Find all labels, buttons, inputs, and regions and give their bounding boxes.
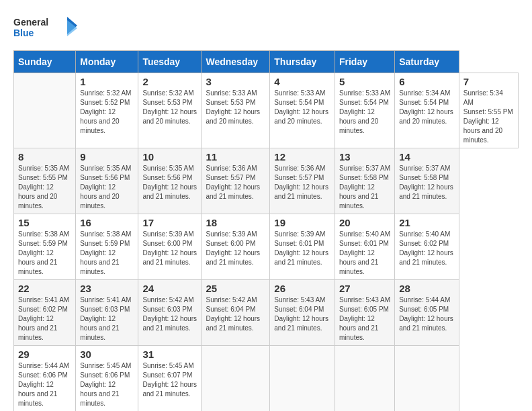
day-info: Sunrise: 5:32 AMSunset: 5:52 PMDaylight:… — [80, 89, 131, 134]
day-info: Sunrise: 5:33 AMSunset: 5:54 PMDaylight:… — [274, 89, 328, 125]
calendar-empty-cell — [14, 73, 76, 148]
day-info: Sunrise: 5:37 AMSunset: 5:58 PMDaylight:… — [339, 165, 390, 210]
day-number: 1 — [80, 76, 134, 87]
header-friday: Friday — [335, 51, 394, 73]
day-info: Sunrise: 5:34 AMSunset: 5:54 PMDaylight:… — [399, 89, 453, 125]
day-number: 25 — [206, 283, 265, 294]
day-number: 24 — [142, 283, 197, 294]
day-info: Sunrise: 5:34 AMSunset: 5:55 PMDaylight:… — [463, 89, 513, 144]
calendar-day-cell: 11 Sunrise: 5:36 AMSunset: 5:57 PMDaylig… — [202, 148, 270, 214]
calendar-day-cell: 21 Sunrise: 5:40 AMSunset: 6:02 PMDaylig… — [395, 214, 459, 280]
calendar-day-cell: 6 Sunrise: 5:34 AMSunset: 5:54 PMDayligh… — [395, 73, 459, 148]
day-info: Sunrise: 5:35 AMSunset: 5:56 PMDaylight:… — [142, 165, 197, 200]
calendar-day-cell: 7 Sunrise: 5:34 AMSunset: 5:55 PMDayligh… — [459, 73, 518, 148]
day-info: Sunrise: 5:41 AMSunset: 6:02 PMDaylight:… — [18, 296, 69, 341]
calendar-table: SundayMondayTuesdayWednesdayThursdayFrid… — [13, 50, 519, 411]
calendar-day-cell: 1 Sunrise: 5:32 AMSunset: 5:52 PMDayligh… — [76, 73, 138, 148]
day-number: 16 — [80, 217, 134, 228]
svg-text:Blue: Blue — [13, 28, 34, 38]
generalblue-logo: General Blue — [13, 13, 81, 44]
calendar-day-cell: 26 Sunrise: 5:43 AMSunset: 6:04 PMDaylig… — [270, 280, 335, 346]
calendar-week-row: 8 Sunrise: 5:35 AMSunset: 5:55 PMDayligh… — [14, 148, 519, 214]
day-info: Sunrise: 5:33 AMSunset: 5:53 PMDaylight:… — [206, 89, 260, 125]
calendar-empty-cell — [395, 346, 459, 412]
day-number: 27 — [339, 283, 390, 294]
calendar-day-cell: 2 Sunrise: 5:32 AMSunset: 5:53 PMDayligh… — [138, 73, 202, 148]
day-info: Sunrise: 5:40 AMSunset: 6:02 PMDaylight:… — [399, 230, 453, 266]
day-number: 22 — [18, 283, 71, 294]
day-info: Sunrise: 5:40 AMSunset: 6:01 PMDaylight:… — [339, 230, 390, 275]
calendar-empty-cell — [202, 346, 270, 412]
day-info: Sunrise: 5:42 AMSunset: 6:04 PMDaylight:… — [206, 296, 260, 332]
calendar-day-cell: 31 Sunrise: 5:45 AMSunset: 6:07 PMDaylig… — [138, 346, 202, 412]
page-header: General Blue — [13, 13, 519, 44]
calendar-day-cell: 18 Sunrise: 5:39 AMSunset: 6:00 PMDaylig… — [202, 214, 270, 280]
day-info: Sunrise: 5:37 AMSunset: 5:58 PMDaylight:… — [399, 165, 453, 200]
calendar-day-cell: 5 Sunrise: 5:33 AMSunset: 5:54 PMDayligh… — [335, 73, 394, 148]
calendar-day-cell: 20 Sunrise: 5:40 AMSunset: 6:01 PMDaylig… — [335, 214, 394, 280]
logo: General Blue — [13, 13, 81, 44]
day-info: Sunrise: 5:44 AMSunset: 6:06 PMDaylight:… — [18, 362, 69, 407]
calendar-day-cell: 14 Sunrise: 5:37 AMSunset: 5:58 PMDaylig… — [395, 148, 459, 214]
calendar-day-cell: 28 Sunrise: 5:44 AMSunset: 6:05 PMDaylig… — [395, 280, 459, 346]
day-info: Sunrise: 5:38 AMSunset: 5:59 PMDaylight:… — [80, 230, 131, 275]
calendar-week-row: 29 Sunrise: 5:44 AMSunset: 6:06 PMDaylig… — [14, 346, 519, 412]
day-info: Sunrise: 5:39 AMSunset: 6:00 PMDaylight:… — [142, 230, 197, 266]
day-info: Sunrise: 5:35 AMSunset: 5:55 PMDaylight:… — [18, 165, 69, 210]
day-info: Sunrise: 5:32 AMSunset: 5:53 PMDaylight:… — [142, 89, 197, 125]
calendar-day-cell: 27 Sunrise: 5:43 AMSunset: 6:05 PMDaylig… — [335, 280, 394, 346]
calendar-day-cell: 30 Sunrise: 5:45 AMSunset: 6:06 PMDaylig… — [76, 346, 138, 412]
calendar-day-cell: 15 Sunrise: 5:38 AMSunset: 5:59 PMDaylig… — [14, 214, 76, 280]
day-number: 8 — [18, 151, 71, 163]
calendar-day-cell: 16 Sunrise: 5:38 AMSunset: 5:59 PMDaylig… — [76, 214, 138, 280]
calendar-day-cell: 3 Sunrise: 5:33 AMSunset: 5:53 PMDayligh… — [202, 73, 270, 148]
header-thursday: Thursday — [270, 51, 335, 73]
day-number: 4 — [274, 76, 330, 87]
day-number: 6 — [399, 76, 455, 87]
day-number: 20 — [339, 217, 390, 228]
day-number: 2 — [142, 76, 197, 87]
day-number: 19 — [274, 217, 330, 228]
calendar-day-cell: 29 Sunrise: 5:44 AMSunset: 6:06 PMDaylig… — [14, 346, 76, 412]
day-number: 31 — [142, 349, 197, 360]
day-number: 11 — [206, 151, 265, 163]
day-info: Sunrise: 5:42 AMSunset: 6:03 PMDaylight:… — [142, 296, 197, 332]
header-sunday: Sunday — [14, 51, 76, 73]
calendar-day-cell: 25 Sunrise: 5:42 AMSunset: 6:04 PMDaylig… — [202, 280, 270, 346]
day-number: 10 — [142, 151, 197, 163]
day-number: 28 — [399, 283, 455, 294]
calendar-week-row: 15 Sunrise: 5:38 AMSunset: 5:59 PMDaylig… — [14, 214, 519, 280]
day-number: 21 — [399, 217, 455, 228]
calendar-day-cell: 10 Sunrise: 5:35 AMSunset: 5:56 PMDaylig… — [138, 148, 202, 214]
day-info: Sunrise: 5:45 AMSunset: 6:07 PMDaylight:… — [142, 362, 197, 398]
day-number: 9 — [80, 151, 134, 163]
calendar-week-row: 22 Sunrise: 5:41 AMSunset: 6:02 PMDaylig… — [14, 280, 519, 346]
calendar-day-cell: 24 Sunrise: 5:42 AMSunset: 6:03 PMDaylig… — [138, 280, 202, 346]
day-info: Sunrise: 5:33 AMSunset: 5:54 PMDaylight:… — [339, 89, 390, 134]
header-wednesday: Wednesday — [202, 51, 270, 73]
header-saturday: Saturday — [395, 51, 459, 73]
calendar-day-cell: 8 Sunrise: 5:35 AMSunset: 5:55 PMDayligh… — [14, 148, 76, 214]
day-info: Sunrise: 5:35 AMSunset: 5:56 PMDaylight:… — [80, 165, 131, 210]
calendar-header-row: SundayMondayTuesdayWednesdayThursdayFrid… — [14, 51, 519, 73]
calendar-day-cell: 12 Sunrise: 5:36 AMSunset: 5:57 PMDaylig… — [270, 148, 335, 214]
day-number: 26 — [274, 283, 330, 294]
day-info: Sunrise: 5:41 AMSunset: 6:03 PMDaylight:… — [80, 296, 131, 341]
calendar-day-cell: 19 Sunrise: 5:39 AMSunset: 6:01 PMDaylig… — [270, 214, 335, 280]
day-info: Sunrise: 5:36 AMSunset: 5:57 PMDaylight:… — [274, 165, 328, 200]
day-number: 14 — [399, 151, 455, 163]
header-tuesday: Tuesday — [138, 51, 202, 73]
header-monday: Monday — [76, 51, 138, 73]
day-number: 18 — [206, 217, 265, 228]
calendar-week-row: 1 Sunrise: 5:32 AMSunset: 5:52 PMDayligh… — [14, 73, 519, 148]
day-number: 23 — [80, 283, 134, 294]
calendar-day-cell: 17 Sunrise: 5:39 AMSunset: 6:00 PMDaylig… — [138, 214, 202, 280]
calendar-day-cell: 22 Sunrise: 5:41 AMSunset: 6:02 PMDaylig… — [14, 280, 76, 346]
day-number: 17 — [142, 217, 197, 228]
day-info: Sunrise: 5:36 AMSunset: 5:57 PMDaylight:… — [206, 165, 260, 200]
day-info: Sunrise: 5:45 AMSunset: 6:06 PMDaylight:… — [80, 362, 131, 407]
calendar-day-cell: 9 Sunrise: 5:35 AMSunset: 5:56 PMDayligh… — [76, 148, 138, 214]
calendar-day-cell: 4 Sunrise: 5:33 AMSunset: 5:54 PMDayligh… — [270, 73, 335, 148]
day-number: 3 — [206, 76, 265, 87]
svg-text:General: General — [13, 17, 48, 28]
